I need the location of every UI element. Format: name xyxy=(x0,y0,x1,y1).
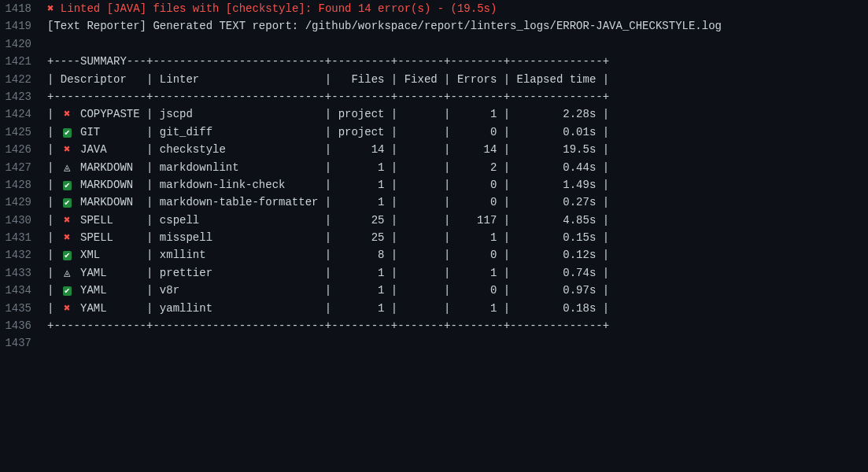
line-number: 1437 xyxy=(0,334,47,352)
table-row: 1431| ✖ SPELL| misspell|25 | |1 |0.15s | xyxy=(0,229,868,246)
cell-files: 25 xyxy=(331,212,384,229)
cell-errors: 117 xyxy=(451,212,497,229)
cell-files: 25 xyxy=(331,229,384,246)
line-content: | ✖ YAML| yamllint|1 | |1 |0.18s | xyxy=(47,300,868,317)
line-number: 1421 xyxy=(0,53,47,70)
line-content: +--------------+------------------------… xyxy=(47,88,868,105)
line-content: | ✖ JAVA| checkstyle|14 | |14 |19.5s | xyxy=(47,141,868,158)
check-icon: ✔ xyxy=(63,181,72,190)
table-row: 1435| ✖ YAML| yamllint|1 | |1 |0.18s | xyxy=(0,300,868,317)
line-number: 1435 xyxy=(0,300,47,317)
cell-time: 0.27s xyxy=(510,194,596,211)
cell-time: 0.12s xyxy=(510,246,596,264)
line-number: 1425 xyxy=(0,124,47,141)
line-content: | Descriptor | Linter | Files | Fixed | … xyxy=(47,71,868,88)
cell-errors: 0 xyxy=(451,124,497,141)
table-row: 1432| ✔ XML| xmllint|8 | |0 |0.12s | xyxy=(0,246,868,264)
line-content: | ◬ YAML| prettier|1 | |1 |0.74s | xyxy=(47,264,868,282)
log-line: 1423+--------------+--------------------… xyxy=(0,88,868,105)
cell-time: 0.44s xyxy=(510,159,596,176)
line-number: 1429 xyxy=(0,194,47,211)
line-content: ✖ Linted [JAVA] files with [checkstyle]:… xyxy=(47,0,868,17)
cell-files: 1 xyxy=(331,194,384,211)
log-line: 1418✖ Linted [JAVA] files with [checksty… xyxy=(0,0,868,17)
table-row: 1425| ✔ GIT| git_diff|project | |0 |0.01… xyxy=(0,124,868,141)
cell-linter: prettier xyxy=(160,264,325,282)
cell-errors: 1 xyxy=(451,105,497,123)
cell-linter: markdown-table-formatter xyxy=(160,194,325,211)
table-row: 1433| ◬ YAML| prettier|1 | |1 |0.74s | xyxy=(0,264,868,282)
table-border-mid: +--------------+------------------------… xyxy=(47,90,609,103)
cell-linter: cspell xyxy=(160,212,325,229)
cell-time: 19.5s xyxy=(510,141,596,158)
cell-errors: 1 xyxy=(451,264,497,282)
line-content: +----SUMMARY---+------------------------… xyxy=(47,53,868,70)
line-number: 1419 xyxy=(0,17,47,35)
line-content: | ✔ MARKDOWN| markdown-table-formatter|1… xyxy=(47,194,868,211)
cell-descriptor: SPELL xyxy=(80,229,146,246)
line-content: | ✖ COPYPASTE| jscpd|project | |1 |2.28s… xyxy=(47,105,868,123)
cell-descriptor: MARKDOWN xyxy=(80,176,146,194)
cell-time: 0.97s xyxy=(510,282,596,299)
cell-files: 1 xyxy=(331,159,384,176)
cell-errors: 14 xyxy=(451,141,497,158)
line-content: | ✔ XML| xmllint|8 | |0 |0.12s | xyxy=(47,246,868,264)
cell-time: 2.28s xyxy=(510,105,596,123)
line-number: 1418 xyxy=(0,0,47,17)
error-message: Linted [JAVA] files with [checkstyle]: F… xyxy=(54,2,497,15)
log-line: 1437 xyxy=(0,334,868,352)
cell-files: 1 xyxy=(331,264,384,282)
line-number: 1431 xyxy=(0,229,47,246)
log-output: 1418✖ Linted [JAVA] files with [checksty… xyxy=(0,0,868,352)
cell-time: 0.74s xyxy=(510,264,596,282)
cell-descriptor: JAVA xyxy=(80,141,146,158)
table-row: 1424| ✖ COPYPASTE| jscpd|project | |1 |2… xyxy=(0,105,868,123)
cell-files: project xyxy=(331,105,384,123)
check-icon: ✔ xyxy=(63,251,72,260)
cell-descriptor: MARKDOWN xyxy=(80,194,146,211)
cell-linter: git_diff xyxy=(160,124,325,141)
line-number: 1428 xyxy=(0,176,47,194)
cell-linter: v8r xyxy=(160,282,325,299)
line-content: | ◬ MARKDOWN| markdownlint|1 | |2 |0.44s… xyxy=(47,159,868,176)
cell-descriptor: MARKDOWN xyxy=(80,159,146,176)
cell-linter: markdownlint xyxy=(160,159,325,176)
table-header: | Descriptor | Linter | Files | Fixed | … xyxy=(47,73,609,86)
line-number: 1422 xyxy=(0,71,47,88)
cell-files: 1 xyxy=(331,282,384,299)
x-icon: ✖ xyxy=(64,108,70,120)
line-content: [Text Reporter] Generated TEXT report: /… xyxy=(47,17,868,35)
check-icon: ✔ xyxy=(63,286,72,296)
line-number: 1433 xyxy=(0,264,47,282)
cell-descriptor: SPELL xyxy=(80,212,146,229)
line-content: | ✖ SPELL| misspell|25 | |1 |0.15s | xyxy=(47,229,868,246)
x-icon: ✖ xyxy=(64,231,70,244)
cell-linter: xmllint xyxy=(160,246,325,264)
table-row: 1428| ✔ MARKDOWN| markdown-link-check|1 … xyxy=(0,176,868,194)
check-icon: ✔ xyxy=(63,128,72,138)
log-line: 1420 xyxy=(0,35,868,53)
warning-icon: ◬ xyxy=(64,161,70,174)
cell-descriptor: COPYPASTE xyxy=(80,105,146,123)
line-content: | ✖ SPELL| cspell|25 | |117 |4.85s | xyxy=(47,212,868,229)
cell-time: 0.15s xyxy=(510,229,596,246)
cell-files: 8 xyxy=(331,246,384,264)
line-number: 1432 xyxy=(0,246,47,264)
line-number: 1430 xyxy=(0,212,47,229)
line-number: 1424 xyxy=(0,105,47,123)
warning-icon: ◬ xyxy=(64,267,70,279)
cell-errors: 0 xyxy=(451,194,497,211)
cell-errors: 1 xyxy=(451,300,497,317)
cell-errors: 0 xyxy=(451,282,497,299)
cell-descriptor: YAML xyxy=(80,264,146,282)
cell-files: 1 xyxy=(331,176,384,194)
log-line: 1422| Descriptor | Linter | Files | Fixe… xyxy=(0,71,868,88)
cell-linter: jscpd xyxy=(160,105,325,123)
line-number: 1427 xyxy=(0,159,47,176)
line-number: 1426 xyxy=(0,141,47,158)
line-number: 1434 xyxy=(0,282,47,299)
table-row: 1430| ✖ SPELL| cspell|25 | |117 |4.85s | xyxy=(0,212,868,229)
cell-linter: misspell xyxy=(160,229,325,246)
table-border-bottom: +--------------+------------------------… xyxy=(47,319,609,332)
line-content: | ✔ GIT| git_diff|project | |0 |0.01s | xyxy=(47,124,868,141)
